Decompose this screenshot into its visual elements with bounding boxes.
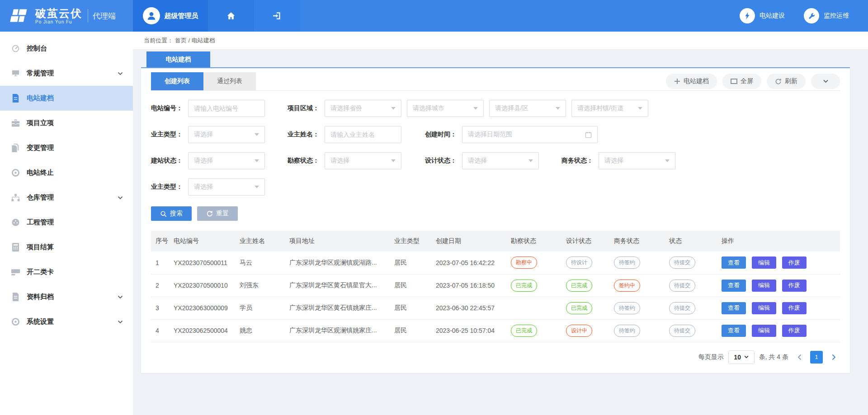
void-button[interactable]: 作废 <box>782 302 807 314</box>
view-button[interactable]: 查看 <box>722 256 746 269</box>
chevron-down-icon <box>823 79 829 83</box>
build-status-select[interactable]: 请选择 <box>188 152 265 169</box>
more-toggle-button[interactable] <box>811 74 840 89</box>
monitor-icon <box>11 69 20 78</box>
sidebar-item-console[interactable]: 控制台 <box>0 36 133 61</box>
caret-down-icon <box>665 159 670 162</box>
tab-pass-list[interactable]: 通过列表 <box>203 72 256 90</box>
survey-status-badge: 勘察中 <box>511 256 537 269</box>
table-row: 3 YX2023063000009 学员 广东深圳龙华区黄石镇姚家庄... 居民… <box>151 297 840 319</box>
business-status-badge: 待签约 <box>614 325 640 337</box>
filter-label-region: 项目区域： <box>288 104 325 112</box>
col-survey: 勘察状态 <box>506 231 561 252</box>
filter-label-owner-name: 业主姓名： <box>288 131 325 139</box>
sidebar-item-station-archive[interactable]: 电站建档 <box>0 86 133 111</box>
sidebar-item-warehouse-mgmt[interactable]: 仓库管理 <box>0 185 133 210</box>
station-table: 序号 电站编号 业主姓名 项目地址 业主类型 创建日期 勘察状态 设计状态 商务… <box>151 231 840 342</box>
nav-station-build[interactable]: 电站建设 <box>740 0 785 32</box>
logo: 破茧云伏 Po Jian Yun Fu 代理端 <box>0 0 133 32</box>
refresh-icon <box>775 78 782 85</box>
sidebar-item-system-settings[interactable]: 系统设置 <box>0 309 133 334</box>
caret-down-icon <box>528 159 533 162</box>
breadcrumb-prefix: 当前位置： <box>144 37 173 45</box>
view-button[interactable]: 查看 <box>722 325 746 337</box>
fullscreen-button[interactable]: 全屏 <box>722 74 761 89</box>
edit-button[interactable]: 编辑 <box>752 256 776 269</box>
breadcrumb-path: 首页 / 电站建档 <box>175 37 215 45</box>
sidebar-item-label: 常规管理 <box>27 69 54 78</box>
sidebar-item-project-settlement[interactable]: 项目结算 <box>0 235 133 260</box>
sidebar-item-project-initiation[interactable]: 项目立项 <box>0 111 133 135</box>
sidebar-item-label: 变更管理 <box>27 144 54 152</box>
view-button[interactable]: 查看 <box>722 302 746 314</box>
lightning-icon <box>740 8 755 23</box>
page-tab-station-archive[interactable]: 电站建档 <box>146 51 210 67</box>
prev-page-button[interactable] <box>793 351 806 364</box>
sidebar-item-label: 系统设置 <box>27 317 54 326</box>
edit-button[interactable]: 编辑 <box>752 325 776 337</box>
void-button[interactable]: 作废 <box>782 325 807 337</box>
search-button[interactable]: 搜索 <box>151 206 192 221</box>
user-menu[interactable]: 超级管理员 <box>133 0 208 32</box>
city-select[interactable]: 请选择城市 <box>407 100 484 117</box>
toolbar: 电站建档 全屏 <box>666 74 840 89</box>
chevron-down-icon <box>118 72 123 75</box>
station-code-input[interactable] <box>188 100 265 117</box>
owner-type-select[interactable]: 请选择 <box>188 126 265 143</box>
chevron-down-icon <box>118 196 123 200</box>
sidebar-item-label: 工程管理 <box>27 218 54 227</box>
design-status-badge: 待设计 <box>566 256 592 269</box>
reset-button[interactable]: 重置 <box>197 206 238 221</box>
logo-title: 破茧云伏 <box>35 8 82 19</box>
col-owner: 业主姓名 <box>235 231 285 252</box>
col-created: 创建日期 <box>431 231 506 252</box>
nav-label: 监控运维 <box>824 12 849 20</box>
create-station-button[interactable]: 电站建档 <box>666 74 717 89</box>
owner-type2-select[interactable]: 请选择 <box>188 178 265 196</box>
calendar-icon <box>585 131 592 138</box>
target-icon <box>11 168 20 177</box>
town-select[interactable]: 请选择村镇/街道 <box>571 100 648 117</box>
sidebar-item-data-archive[interactable]: 资料归档 <box>0 284 133 309</box>
caret-down-icon <box>391 107 396 110</box>
design-status-select[interactable]: 请选择 <box>462 152 539 169</box>
app-root: 破茧云伏 Po Jian Yun Fu 代理端 超级管理员 <box>0 0 868 415</box>
per-page-select[interactable]: 10 <box>728 350 755 364</box>
edit-button[interactable]: 编辑 <box>752 302 776 314</box>
nav-monitor-ops[interactable]: 监控运维 <box>804 0 849 32</box>
edit-button[interactable]: 编辑 <box>752 280 776 292</box>
home-button[interactable] <box>208 0 254 32</box>
sidebar-item-open-type2-card[interactable]: 开二类卡 <box>0 260 133 284</box>
survey-status-select[interactable]: 请选择 <box>325 152 401 169</box>
sidebar-item-general-mgmt[interactable]: 常规管理 <box>0 61 133 86</box>
tab-create-list[interactable]: 创建列表 <box>151 72 203 90</box>
county-select[interactable]: 请选择县/区 <box>489 100 566 117</box>
province-select[interactable]: 请选择省份 <box>325 100 401 117</box>
logout-button[interactable] <box>254 0 300 32</box>
owner-name-input[interactable] <box>325 126 401 143</box>
sidebar-item-change-mgmt[interactable]: 变更管理 <box>0 135 133 160</box>
table-row: 4 YX2023062500004 姚忠 广东深圳龙华区观澜镇姚家庄... 居民… <box>151 319 840 342</box>
view-button[interactable]: 查看 <box>722 280 746 292</box>
sidebar-item-label: 开二类卡 <box>27 268 54 276</box>
design-status-badge: 已完成 <box>566 280 592 292</box>
next-page-button[interactable] <box>827 351 840 364</box>
sitemap-icon <box>11 193 20 202</box>
sidebar-item-label: 电站终止 <box>27 168 54 177</box>
table-row: 1 YX2023070500011 马云 广东深圳龙华区观澜镇观湖路... 居民… <box>151 252 840 274</box>
avatar-icon <box>143 7 160 24</box>
sidebar-item-engineering-mgmt[interactable]: 工程管理 <box>0 210 133 235</box>
refresh-button[interactable]: 刷新 <box>767 74 806 89</box>
col-business: 商务状态 <box>609 231 665 252</box>
dashboard-icon <box>11 218 20 227</box>
business-status-select[interactable]: 请选择 <box>599 152 675 169</box>
search-icon <box>160 210 167 217</box>
chevron-left-icon <box>797 354 802 360</box>
void-button[interactable]: 作废 <box>782 280 807 292</box>
sidebar-item-station-termination[interactable]: 电站终止 <box>0 160 133 185</box>
sidebar: 控制台 常规管理 电站建档 <box>0 32 133 415</box>
page-number[interactable]: 1 <box>810 351 823 364</box>
date-range-picker[interactable]: 请选择日期范围 <box>462 126 598 143</box>
caret-down-icon <box>255 159 259 162</box>
void-button[interactable]: 作废 <box>782 256 807 269</box>
